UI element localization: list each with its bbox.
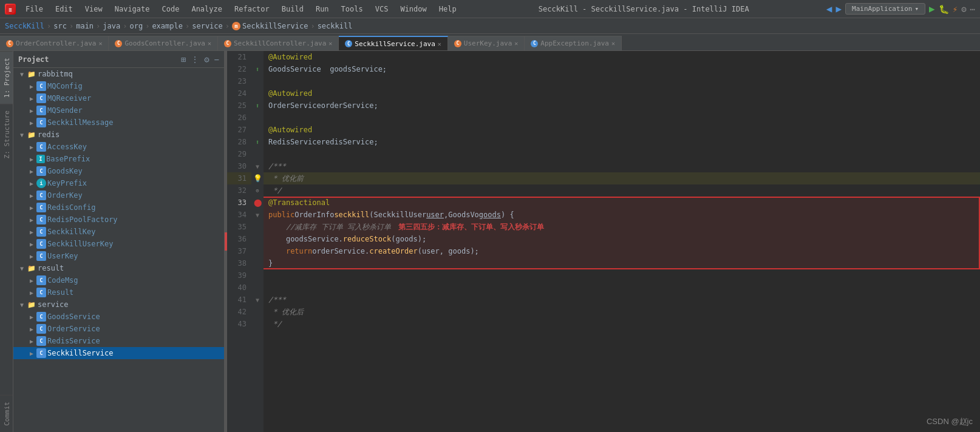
- gutter-30: ▼: [251, 160, 264, 172]
- fold-icon-30[interactable]: ▼: [256, 163, 259, 170]
- run-button[interactable]: ▶: [929, 3, 935, 15]
- back-icon[interactable]: ◀: [826, 3, 832, 15]
- gutter-25: ⬆: [251, 100, 264, 112]
- tree-node-service[interactable]: ▼ 📁 service: [13, 299, 224, 311]
- sidebar-minimize-icon[interactable]: −: [214, 55, 219, 64]
- tree-node-result2[interactable]: ▶ C Result: [13, 286, 224, 299]
- bulb-icon-31[interactable]: 💡: [253, 174, 262, 183]
- gutter-33[interactable]: ⬤: [251, 197, 264, 209]
- breadcrumb-java[interactable]: java: [103, 22, 120, 30]
- tab-close-userkey[interactable]: ✕: [514, 40, 518, 47]
- menu-analyze[interactable]: Analyze: [186, 4, 227, 15]
- run-config-selector[interactable]: MainApplication ▾: [845, 3, 925, 15]
- tab-userkey[interactable]: C UserKey.java ✕: [448, 36, 525, 50]
- tree-node-keyprefix[interactable]: ▶ i KeyPrefix: [13, 177, 224, 189]
- breadcrumb-service[interactable]: service: [192, 22, 223, 30]
- tree-node-codemsg[interactable]: ▶ C CodeMsg: [13, 274, 224, 286]
- tab-close-seckkillservice[interactable]: ✕: [438, 41, 441, 47]
- arrow-mqconfig: ▶: [28, 83, 35, 90]
- fold-icon-34[interactable]: ▼: [256, 212, 259, 218]
- sep2: ›: [69, 22, 73, 30]
- vtab-structure[interactable]: Z: Structure: [0, 104, 13, 164]
- tab-appexception[interactable]: C AppException.java ✕: [525, 36, 622, 50]
- settings-icon[interactable]: ⚙: [961, 4, 966, 14]
- breadcrumb-seckkill[interactable]: SecckKill: [5, 22, 44, 30]
- param-34b: goods: [479, 209, 501, 221]
- resize-handle[interactable]: [225, 51, 227, 432]
- breadcrumb-main[interactable]: main: [76, 22, 94, 30]
- tab-seckkillservice[interactable]: C SeckkillService.java ✕: [339, 36, 447, 50]
- tree-label-keyprefix: KeyPrefix: [47, 179, 87, 187]
- sep7: ›: [225, 22, 230, 30]
- tree-node-redisservice[interactable]: ▶ C RedisService: [13, 335, 224, 347]
- debug-button[interactable]: 🐛: [939, 4, 949, 14]
- tree-node-baseprefix[interactable]: ▶ I BasePrefix: [13, 153, 224, 165]
- tree-node-mqconfig[interactable]: ▶ C MQConfig: [13, 80, 224, 92]
- tree-node-mqreceiver[interactable]: ▶ C MQReceiver: [13, 92, 224, 104]
- tree-node-seckkillservice[interactable]: ▶ C SeckkillService: [13, 347, 224, 359]
- tab-close-goodscontroller[interactable]: ✕: [208, 40, 211, 47]
- tab-goodscontroller[interactable]: C GoodsController.java ✕: [109, 36, 217, 50]
- menu-view[interactable]: View: [80, 4, 107, 15]
- tree-node-result[interactable]: ▼ 📁 result: [13, 262, 224, 274]
- more-icon[interactable]: ⋯: [970, 4, 975, 14]
- menu-vcs[interactable]: VCS: [370, 4, 393, 15]
- vtab-commit[interactable]: Commit: [0, 395, 13, 432]
- tree-node-mqsender[interactable]: ▶ C MQSender: [13, 104, 224, 116]
- breadcrumb-src[interactable]: src: [53, 22, 67, 30]
- vtab-project[interactable]: 1: Project: [0, 51, 13, 104]
- tab-close-ordercontroller[interactable]: ✕: [98, 40, 102, 47]
- fold-icon-41[interactable]: ▼: [256, 297, 259, 303]
- tab-ordercontroller[interactable]: C OrderController.java ✕: [0, 36, 109, 50]
- tree-node-userkey[interactable]: ▶ C UserKey: [13, 250, 224, 262]
- menu-refactor[interactable]: Refactor: [230, 4, 274, 15]
- menu-window[interactable]: Window: [395, 4, 431, 15]
- breadcrumb-class[interactable]: m SeckkillService: [232, 22, 308, 30]
- code-line-32: */: [264, 184, 980, 197]
- tab-close-seckkillcontroller[interactable]: ✕: [328, 40, 332, 47]
- breadcrumb-method[interactable]: seckkill: [318, 22, 353, 30]
- tree-node-goodskey[interactable]: ▶ C GoodsKey: [13, 165, 224, 177]
- tree-node-redispoolfactory[interactable]: ▶ C RedisPoolFactory: [13, 214, 224, 226]
- type-34b: SeckkillUser: [373, 209, 426, 221]
- tab-icon-seckkillservice: C: [345, 40, 352, 47]
- annotation-33: @Transactional: [268, 197, 330, 209]
- tab-seckkillcontroller[interactable]: C SeckkillController.java ✕: [218, 36, 339, 50]
- breadcrumb-example[interactable]: example: [152, 22, 183, 30]
- window-title: SecckKill - SecckillService.java - Intel…: [461, 5, 826, 13]
- tab-close-appexception[interactable]: ✕: [611, 40, 615, 47]
- menu-edit[interactable]: Edit: [50, 4, 78, 15]
- tree-node-redisconfig[interactable]: ▶ C RedisConfig: [13, 201, 224, 214]
- menu-build[interactable]: Build: [277, 4, 308, 15]
- tree-node-orderservice[interactable]: ▶ C OrderService: [13, 323, 224, 335]
- menu-file[interactable]: File: [21, 4, 48, 15]
- breadcrumb-org[interactable]: org: [129, 22, 143, 30]
- gutter-24: [251, 87, 264, 100]
- menu-run[interactable]: Run: [311, 4, 334, 15]
- sidebar-layout-icon[interactable]: ⊞: [181, 55, 186, 64]
- forward-icon[interactable]: ▶: [835, 3, 842, 15]
- sidebar-settings-icon[interactable]: ⚙: [204, 55, 209, 64]
- tree-node-seckkillkey[interactable]: ▶ C SeckkillKey: [13, 226, 224, 238]
- tree-node-seckkilleuserkey[interactable]: ▶ C SeckkillUserKey: [13, 238, 224, 250]
- tree-node-redis[interactable]: ▼ 📁 redis: [13, 129, 224, 141]
- menu-navigate[interactable]: Navigate: [110, 4, 155, 15]
- method-37: createOrder: [369, 245, 417, 257]
- tree-node-seckillmessage[interactable]: ▶ C SeckkillMessage: [13, 116, 224, 129]
- comment-43: */: [268, 318, 282, 330]
- menu-help[interactable]: Help: [434, 4, 461, 15]
- menu-code[interactable]: Code: [157, 4, 185, 15]
- profile-button[interactable]: ⚡: [953, 4, 958, 14]
- tree-node-accesskey[interactable]: ▶ C AccessKey: [13, 141, 224, 153]
- tree-node-rabbitmq[interactable]: ▼ 📁 rabbitmq: [13, 68, 224, 80]
- tab-label-userkey: UserKey.java: [464, 39, 512, 47]
- arrow-baseprefix: ▶: [28, 156, 35, 163]
- menu-tools[interactable]: Tools: [336, 4, 368, 15]
- breakpoint-icon-33[interactable]: ⬤: [254, 198, 262, 207]
- tree-label-goodsservice: GoodsService: [47, 312, 100, 321]
- tree-node-goodsservice[interactable]: ▶ C GoodsService: [13, 311, 224, 323]
- tree-node-orderkey[interactable]: ▶ C OrderKey: [13, 189, 224, 201]
- comment-35: //减库存 下订单 写入秒杀订单: [268, 221, 391, 233]
- code-editor[interactable]: @Autowired GoodsService goodsService; @A…: [264, 51, 980, 432]
- sidebar-filter-icon[interactable]: ⋮: [191, 55, 199, 64]
